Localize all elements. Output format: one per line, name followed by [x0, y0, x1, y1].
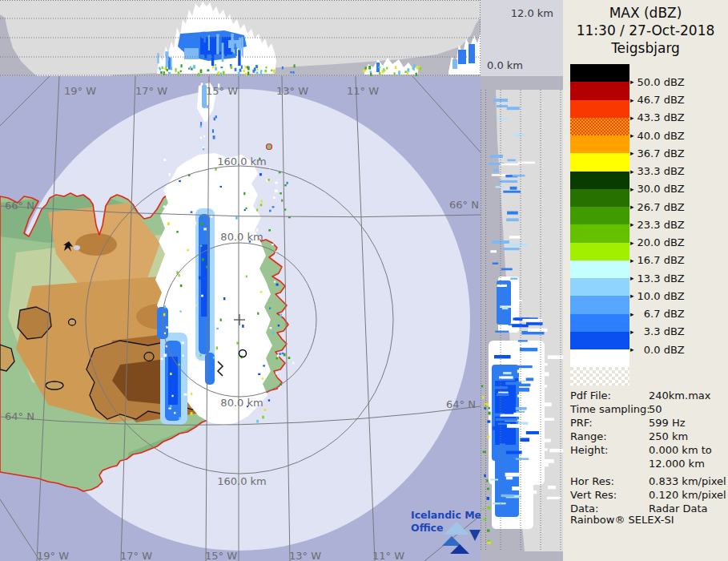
colorbar-band: [570, 332, 629, 349]
height-axis-max-label: 12.0 km: [511, 7, 553, 19]
height-axis-min-label: 0.0 km: [487, 59, 523, 71]
right-panel-top-band: [481, 76, 563, 90]
tick-arrow-icon: ▸: [630, 185, 634, 193]
right-profile-canvas: [481, 76, 563, 561]
lon-label-bottom: 17° W: [120, 550, 152, 561]
colorbar-band: [570, 260, 629, 278]
dbz-colorbar: [570, 64, 629, 385]
lat-label-right: 64° N: [446, 398, 476, 410]
dbz-threshold-label: ▸33.3 dBZ: [630, 165, 685, 178]
colorbar-band: [570, 153, 629, 171]
island: [267, 144, 272, 150]
dbz-threshold-label: ▸6.7 dBZ: [630, 308, 685, 321]
right-height-profile-panel[interactable]: [481, 76, 563, 561]
colorbar-band: [570, 135, 629, 153]
lat-label-right: 66° N: [449, 199, 479, 211]
lon-label-top: 15° W: [206, 85, 238, 97]
colorbar-band: [570, 118, 629, 135]
dbz-threshold-label: ▸23.3 dBZ: [630, 218, 685, 231]
colorbar-band: [570, 207, 629, 224]
dbz-threshold-label: ▸10.0 dBZ: [630, 289, 685, 302]
tick-arrow-icon: ▸: [630, 220, 634, 228]
lat-label-left: 64° N: [5, 410, 34, 422]
dbz-threshold-label: ▸50.0 dBZ: [630, 75, 685, 88]
product-timestamp: 11:30 / 27-Oct-2018: [563, 22, 728, 38]
dbz-threshold-label: ▸13.3 dBZ: [630, 272, 685, 285]
dbz-threshold-label: ▸3.3 dBZ: [630, 325, 685, 338]
info-row: Vert Res:0.120 km/pixel: [570, 489, 724, 502]
ring-label-80-bottom: 80.0 km: [220, 397, 263, 409]
radar-map-viewport[interactable]: 19° W 17° W 15° W 13° W 11° W 19° W 17° …: [0, 76, 481, 561]
dbz-threshold-label: ▸40.0 dBZ: [630, 129, 685, 142]
colorbar-band: [570, 224, 629, 242]
colorbar-band: [570, 296, 629, 313]
info-row: Height:0.000 km to: [570, 444, 724, 458]
top-profile-canvas: [0, 0, 481, 76]
info-row: PRF:599 Hz: [570, 417, 724, 430]
top-height-profile-panel[interactable]: [0, 0, 481, 76]
lon-label-top: 19° W: [64, 85, 96, 97]
radar-map-canvas: 19° W 17° W 15° W 13° W 11° W 19° W 17° …: [0, 76, 481, 561]
lon-label-top: 11° W: [347, 85, 379, 97]
lon-label-bottom: 11° W: [372, 550, 404, 561]
product-title: MAX (dBZ): [563, 5, 728, 21]
dbz-threshold-label: ▸46.7 dBZ: [630, 94, 685, 107]
left-blockage-wedge: [0, 14, 37, 76]
colorbar-band: [570, 314, 629, 332]
tick-arrow-icon: ▸: [630, 292, 634, 300]
colorbar-band: [570, 278, 629, 296]
lon-label-bottom: 19° W: [37, 550, 69, 561]
tick-arrow-icon: ▸: [630, 203, 634, 211]
lon-label-bottom: 15° W: [205, 550, 237, 561]
software-brand: Rainbow® SELEX-SI: [570, 514, 674, 526]
lon-label-top: 17° W: [135, 85, 167, 97]
tick-arrow-icon: ▸: [630, 310, 634, 318]
colorbar-band: [570, 243, 629, 260]
height-axis-corner: 12.0 km 0.0 km: [481, 0, 563, 76]
imo-logo-text-line2: Office: [411, 522, 443, 534]
radar-app-window: 12.0 km 0.0 km: [0, 0, 728, 561]
lon-label-top: 13° W: [276, 85, 308, 97]
tick-arrow-icon: ▸: [630, 345, 634, 353]
tick-arrow-icon: ▸: [630, 131, 634, 139]
colorbar-band: [570, 349, 629, 367]
colorbar-band: [570, 64, 629, 82]
info-row: Range:250 km: [570, 430, 724, 444]
dbz-threshold-label: ▸16.7 dBZ: [630, 254, 685, 267]
ring-label-80-top: 80.0 km: [220, 231, 263, 243]
colorbar-band: [570, 100, 629, 118]
lon-label-bottom: 13° W: [289, 550, 321, 561]
colorbar-band: [570, 172, 629, 189]
ring-label-160-top: 160.0 km: [217, 155, 267, 167]
lat-label-left: 66° N: [5, 200, 34, 212]
ring-label-160-bottom: 160.0 km: [217, 475, 267, 487]
tick-arrow-icon: ▸: [630, 78, 634, 86]
tick-arrow-icon: ▸: [630, 149, 634, 157]
tick-arrow-icon: ▸: [630, 167, 634, 176]
right-panel-bottom-band: [481, 551, 563, 561]
product-info-table: Pdf File:240km.maxTime sampling:50PRF:59…: [570, 389, 724, 516]
info-row: Time sampling:50: [570, 403, 724, 417]
info-row: Pdf File:240km.max: [570, 389, 724, 403]
colorbar-band: [570, 82, 629, 99]
info-row: Hor Res:0.833 km/pixel: [570, 475, 724, 489]
dbz-threshold-label: ▸36.7 dBZ: [630, 147, 685, 159]
dbz-threshold-label: ▸30.0 dBZ: [630, 183, 685, 196]
tick-arrow-icon: ▸: [630, 256, 634, 264]
dbz-threshold-label: ▸20.0 dBZ: [630, 236, 685, 249]
colorbar-band: [570, 189, 629, 207]
legend-sidebar: MAX (dBZ) 11:30 / 27-Oct-2018 Teigsbjarg…: [563, 0, 728, 561]
tick-arrow-icon: ▸: [630, 239, 634, 247]
imo-logo-text-line1: Icelandic Met: [411, 509, 481, 521]
colorbar-band: [570, 367, 629, 385]
tick-arrow-icon: ▸: [630, 274, 634, 282]
station-name: Teigsbjarg: [563, 40, 728, 56]
info-row: 12.000 km: [570, 458, 724, 471]
dbz-threshold-label: ▸0.0 dBZ: [630, 343, 685, 356]
tick-arrow-icon: ▸: [630, 114, 634, 122]
tick-arrow-icon: ▸: [630, 96, 634, 104]
dbz-threshold-label: ▸43.3 dBZ: [630, 111, 685, 124]
tick-arrow-icon: ▸: [630, 328, 634, 336]
dbz-threshold-label: ▸26.7 dBZ: [630, 200, 685, 213]
